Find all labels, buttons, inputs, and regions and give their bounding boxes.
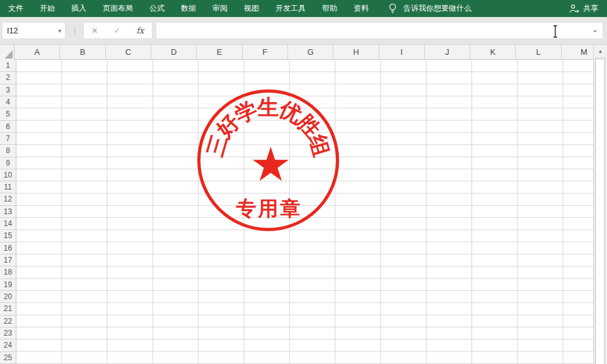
row-header-6[interactable]: 6	[0, 121, 16, 133]
select-all-triangle-icon	[4, 50, 13, 59]
column-header-B[interactable]: B	[60, 45, 105, 59]
ribbon-tab-10[interactable]: 帮助	[314, 0, 345, 17]
vertical-scrollbar[interactable]: ▲	[593, 45, 607, 364]
row-header-5[interactable]: 5	[0, 108, 16, 120]
insert-function-button[interactable]: fx	[136, 26, 144, 35]
row-header-3[interactable]: 3	[0, 84, 16, 96]
row-header-1[interactable]: 1	[0, 60, 16, 72]
row-header-23[interactable]: 23	[0, 327, 16, 339]
formula-bar-expand-icon[interactable]: ⌄	[592, 25, 598, 34]
name-box-value: I12	[7, 26, 18, 35]
row-header-4[interactable]: 4	[0, 96, 16, 108]
formula-bar-strip: I12 ▾ ⋮ × ✓ fx ⌄	[0, 17, 607, 45]
row-header-9[interactable]: 9	[0, 157, 16, 169]
column-header-G[interactable]: G	[288, 45, 333, 59]
ribbon-tab-7[interactable]: 审阅	[204, 0, 236, 17]
row-header-11[interactable]: 11	[0, 181, 16, 193]
row-header-18[interactable]: 18	[0, 266, 16, 278]
enter-button[interactable]: ✓	[113, 26, 120, 35]
row-header-19[interactable]: 19	[0, 279, 16, 291]
row-header-25[interactable]: 25	[0, 352, 16, 364]
name-box[interactable]: I12 ▾	[2, 22, 66, 39]
spreadsheet-grid[interactable]	[16, 60, 607, 364]
scroll-up-button[interactable]: ▲	[594, 45, 607, 58]
row-header-20[interactable]: 20	[0, 291, 16, 303]
ribbon-tab-11[interactable]: 资料	[345, 0, 377, 17]
column-headers: ABCDEFGHIJKLM	[14, 45, 607, 59]
ibeam-cursor	[552, 25, 559, 38]
ribbon-tab-bar: 文件开始插入页面布局公式数据审阅视图开发工具帮助资料 告诉我你想要做什么 共享	[0, 0, 607, 17]
ribbon-tab-4[interactable]: 页面布局	[95, 0, 141, 17]
row-header-13[interactable]: 13	[0, 206, 16, 218]
excel-window: 文件开始插入页面布局公式数据审阅视图开发工具帮助资料 告诉我你想要做什么 共享 …	[0, 0, 607, 364]
column-header-A[interactable]: A	[14, 45, 60, 59]
column-header-F[interactable]: F	[243, 45, 288, 59]
column-header-L[interactable]: L	[516, 45, 561, 59]
ribbon-tab-6[interactable]: 数据	[173, 0, 204, 17]
ribbon-tab-9[interactable]: 开发工具	[267, 0, 314, 17]
column-header-K[interactable]: K	[470, 45, 516, 59]
row-header-10[interactable]: 10	[0, 169, 16, 181]
column-header-D[interactable]: D	[151, 45, 197, 59]
ribbon-tab-3[interactable]: 插入	[63, 0, 95, 17]
tell-me-search[interactable]: 告诉我你想要做什么	[388, 3, 471, 14]
row-header-2[interactable]: 2	[0, 72, 16, 84]
ribbon-tab-8[interactable]: 视图	[236, 0, 267, 17]
ribbon-tab-5[interactable]: 公式	[141, 0, 173, 17]
column-header-I[interactable]: I	[379, 45, 425, 59]
share-label: 共享	[583, 3, 598, 14]
row-header-21[interactable]: 21	[0, 303, 16, 315]
row-header-16[interactable]: 16	[0, 242, 16, 254]
cancel-button[interactable]: ×	[92, 25, 98, 37]
column-header-C[interactable]: C	[106, 45, 151, 59]
row-header-24[interactable]: 24	[0, 339, 16, 351]
row-headers: 1234567891011121314151617181920212223242…	[0, 60, 16, 364]
ribbon-tab-2[interactable]: 开始	[32, 0, 63, 17]
column-header-J[interactable]: J	[425, 45, 470, 59]
formula-bar-handle-icon: ⋮	[66, 26, 83, 35]
column-header-row: ABCDEFGHIJKLM	[0, 45, 607, 60]
row-header-7[interactable]: 7	[0, 133, 16, 145]
scrollbar-thumb[interactable]	[595, 59, 605, 364]
ribbon-tab-list: 文件开始插入页面布局公式数据审阅视图开发工具帮助资料	[0, 0, 377, 17]
row-header-12[interactable]: 12	[0, 193, 16, 205]
person-add-icon	[569, 4, 580, 13]
share-button[interactable]: 共享	[569, 3, 598, 14]
name-box-dropdown-icon[interactable]: ▾	[58, 28, 61, 34]
worksheet: ABCDEFGHIJKLM 12345678910111213141516171…	[0, 45, 607, 364]
column-header-E[interactable]: E	[197, 45, 242, 59]
formula-button-group: × ✓ fx	[83, 22, 153, 39]
row-header-17[interactable]: 17	[0, 254, 16, 266]
select-all-button[interactable]	[0, 45, 14, 60]
row-header-15[interactable]: 15	[0, 230, 16, 242]
ribbon-tab-1[interactable]: 文件	[0, 0, 32, 17]
lightbulb-icon	[388, 3, 397, 14]
column-header-H[interactable]: H	[333, 45, 379, 59]
tell-me-label: 告诉我你想要做什么	[403, 3, 471, 14]
row-header-8[interactable]: 8	[0, 145, 16, 157]
row-header-14[interactable]: 14	[0, 218, 16, 230]
formula-input[interactable]: ⌄	[156, 22, 603, 39]
row-header-22[interactable]: 22	[0, 316, 16, 327]
